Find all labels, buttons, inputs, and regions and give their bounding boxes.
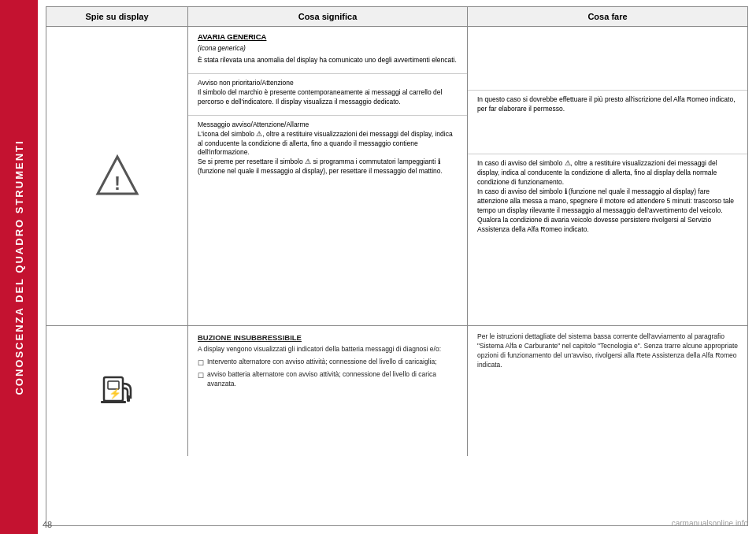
row2-action-cell: Per le istruzioni dettagliate del sistem… xyxy=(468,326,747,456)
main-content: Spie su display Cosa significa Cosa fare… xyxy=(38,0,756,534)
row2-meaning-body: A display vengono visualizzati gli indic… xyxy=(198,345,458,354)
row2-item-1-text: Intervento alternatore con avviso attivi… xyxy=(207,358,437,367)
meaning-section-2: Avviso non prioritario/AttenzioneIl simb… xyxy=(188,74,467,116)
row1-icon-cell: ! xyxy=(46,27,188,325)
th-fare: Cosa fare xyxy=(468,7,747,26)
table-header: Spie su display Cosa significa Cosa fare xyxy=(46,6,748,26)
meaning-body-2: Avviso non prioritario/AttenzioneIl simb… xyxy=(198,79,458,107)
warning-triangle-icon: ! xyxy=(94,153,141,200)
th-spie: Spie su display xyxy=(46,7,188,26)
row2-item-2-text: avviso batteria alternatore con avviso a… xyxy=(207,370,458,389)
meaning-section-3: Messaggio avviso/Attenzione/AllarmeL'ico… xyxy=(188,116,467,184)
row1-meaning-cell: AVARIA GENERICA (icona generica) È stata… xyxy=(188,27,468,325)
action-section-2: In questo caso si dovrebbe effettuare il… xyxy=(468,91,747,154)
meaning-sub-1: (icona generica) xyxy=(198,44,458,54)
th-significa: Cosa significa xyxy=(188,7,468,26)
meaning-body-3: Messaggio avviso/Attenzione/AllarmeL'ico… xyxy=(198,121,458,176)
table-row-2: ⚡ BUZIONE INSUBBRESSIBILE A display veng… xyxy=(46,326,747,456)
meaning-title-1: AVARIA GENERICA xyxy=(198,32,458,42)
action-section-1 xyxy=(468,27,747,91)
sidebar: CONOSCENZA DEL QUADRO STRUMENTI xyxy=(0,0,38,534)
row1-action-cell: In questo caso si dovrebbe effettuare il… xyxy=(468,27,747,325)
row2-action-body: Per le istruzioni dettagliate del sistem… xyxy=(477,332,738,370)
row2-item-1: ☐ Intervento alternatore con avviso atti… xyxy=(198,358,458,369)
checkbox-icon-2: ☐ xyxy=(198,371,204,381)
meaning-body-1: È stata rilevata una anomalia del displa… xyxy=(198,56,458,65)
svg-text:⚡: ⚡ xyxy=(109,387,122,400)
action-body-2: In questo caso si dovrebbe effettuare il… xyxy=(477,95,738,114)
table-body: ! AVARIA GENERICA (icona generica) È sta… xyxy=(46,26,748,526)
page-container: CONOSCENZA DEL QUADRO STRUMENTI Spie su … xyxy=(0,0,756,534)
row2-icon-cell: ⚡ xyxy=(46,326,188,456)
fuel-pump-icon: ⚡ xyxy=(98,369,137,413)
action-section-3: In caso di avviso del simbolo ⚠, oltre a… xyxy=(468,154,747,325)
row2-item-2: ☐ avviso batteria alternatore con avviso… xyxy=(198,370,458,389)
row2-meaning-title: BUZIONE INSUBBRESSIBILE xyxy=(198,332,458,343)
svg-rect-5 xyxy=(101,401,126,403)
svg-rect-4 xyxy=(127,395,130,402)
sidebar-title: CONOSCENZA DEL QUADRO STRUMENTI xyxy=(13,139,25,395)
meaning-section-1: AVARIA GENERICA (icona generica) È stata… xyxy=(188,27,467,74)
page-number: 48 xyxy=(43,520,52,529)
svg-text:!: ! xyxy=(114,172,120,194)
table-row-1: ! AVARIA GENERICA (icona generica) È sta… xyxy=(46,27,747,326)
action-body-3: In caso di avviso del simbolo ⚠, oltre a… xyxy=(477,159,738,234)
watermark: carmanualsonline.info xyxy=(672,519,748,528)
checkbox-icon-1: ☐ xyxy=(198,358,204,369)
row2-meaning-cell: BUZIONE INSUBBRESSIBILE A display vengon… xyxy=(188,326,468,456)
